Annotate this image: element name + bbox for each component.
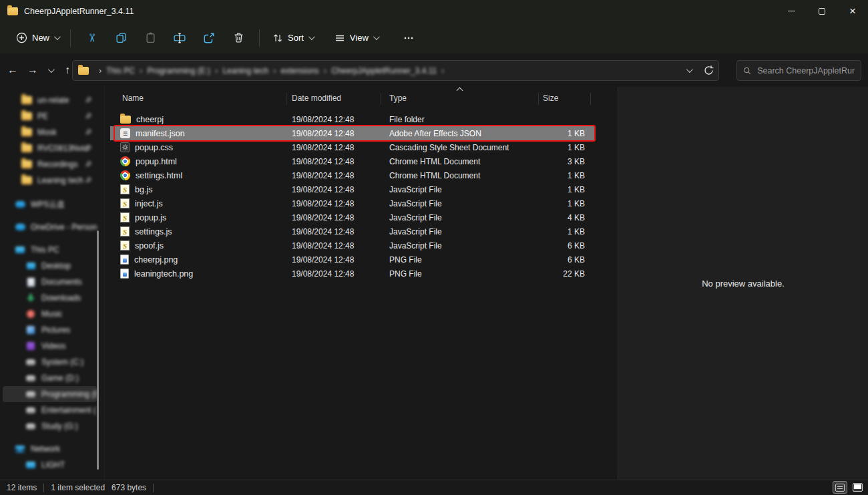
window-title: CheerpJAppletRunner_3.4.11	[24, 7, 134, 16]
sidebar-item-study-g[interactable]: Study (G:)	[3, 418, 97, 434]
file-row-bg-js[interactable]: Sbg.js19/08/2024 12:48JavaScript File1 K…	[110, 182, 594, 196]
search-input[interactable]	[757, 66, 855, 75]
file-type: JavaScript File	[389, 227, 538, 236]
minimize-button[interactable]	[776, 0, 807, 22]
forward-button[interactable]: →	[23, 60, 43, 80]
column-resize-handle[interactable]	[286, 93, 286, 105]
file-name-cell: Sbg.js	[110, 184, 292, 194]
sidebar-item-pictures[interactable]: Pictures	[3, 322, 97, 338]
maximize-button[interactable]	[807, 0, 837, 22]
breadcrumb-item-leaning-tech[interactable]: Leaning tech	[222, 66, 268, 75]
file-size: 1 KB	[538, 129, 585, 138]
chevron-down-icon	[54, 33, 61, 40]
file-row-cheerpj[interactable]: cheerpj19/08/2024 12:48File folder	[110, 112, 594, 126]
share-button[interactable]	[194, 26, 224, 50]
file-name: spoof.js	[135, 241, 164, 251]
breadcrumb-item-this-pc[interactable]: This PC	[106, 66, 135, 75]
column-header-date-modified[interactable]: Date modified	[292, 94, 341, 103]
breadcrumb-item-programming-e[interactable]: Programming (E:)	[147, 66, 210, 75]
sidebar-item-pe[interactable]: PE	[3, 108, 97, 124]
file-row-popup-js[interactable]: Spopup.js19/08/2024 12:48JavaScript File…	[110, 210, 594, 224]
address-dropdown-icon[interactable]	[686, 66, 693, 73]
search-box[interactable]	[736, 60, 861, 81]
sidebar-item-light[interactable]: LIGHT	[3, 457, 97, 473]
sidebar-item-this-pc[interactable]: This PC	[3, 242, 97, 258]
toolbar-divider	[259, 29, 260, 47]
column-header-size[interactable]: Size	[543, 94, 558, 103]
file-date-modified: 19/08/2024 12:48	[292, 227, 389, 236]
sidebar-item-network[interactable]: Network	[3, 441, 97, 457]
file-row-popup-css[interactable]: popup.css19/08/2024 12:48Cascading Style…	[110, 140, 594, 154]
sidebar-item-leaning-tech[interactable]: Leaning tech	[3, 172, 97, 188]
sidebar-scrollbar[interactable]	[97, 230, 99, 470]
back-button[interactable]: ←	[3, 60, 23, 80]
recent-locations-button[interactable]	[43, 60, 57, 80]
sidebar-item-onedrive-person[interactable]: OneDrive - Person	[3, 219, 97, 235]
breadcrumb-item-cheerpjappletrunner-3-4-11[interactable]: CheerpJAppletRunner_3.4.11	[331, 66, 437, 75]
file-row-settings-html[interactable]: settings.html19/08/2024 12:48Chrome HTML…	[110, 168, 594, 182]
sidebar-item-videos[interactable]: Videos	[3, 338, 97, 354]
refresh-icon[interactable]	[703, 65, 714, 76]
see-more-button[interactable]	[394, 26, 423, 50]
file-row-spoof-js[interactable]: Sspoof.js19/08/2024 12:48JavaScript File…	[110, 238, 594, 253]
file-row-manifest-json[interactable]: ≡manifest.json19/08/2024 12:48Adobe Afte…	[110, 126, 594, 140]
breadcrumb-item-extensions[interactable]: extensions	[280, 66, 318, 75]
delete-button[interactable]	[224, 26, 253, 50]
sidebar-item-label: LIGHT	[41, 460, 65, 470]
sort-button[interactable]: Sort	[266, 29, 320, 47]
copy-icon	[116, 32, 127, 43]
sidebar-item-system-c[interactable]: System (C:)	[3, 354, 97, 370]
thumbnail-view-button[interactable]	[850, 481, 865, 494]
png-file-icon	[120, 269, 129, 279]
file-name-cell: Sinject.js	[110, 198, 292, 208]
share-icon	[203, 32, 215, 44]
maximize-icon	[819, 8, 825, 15]
sidebar-item-label: Desktop	[41, 261, 71, 271]
sidebar-item-entertainment-f[interactable]: Entertainment (F:)	[3, 402, 97, 418]
sidebar-item-label: Documents	[41, 277, 82, 287]
view-button[interactable]: View	[328, 29, 385, 47]
sidebar-item-rvc0813nvid[interactable]: RVC0813Nvid	[3, 140, 97, 156]
column-header-name[interactable]: Name	[122, 94, 144, 103]
sidebar-item-wps[interactable]: WPS云盘	[3, 196, 97, 212]
column-resize-handle[interactable]	[538, 93, 539, 105]
address-bar[interactable]: › This PC›Programming (E:)›Leaning tech›…	[72, 60, 719, 81]
file-size: 1 KB	[538, 227, 585, 236]
file-row-settings-js[interactable]: Ssettings.js19/08/2024 12:48JavaScript F…	[110, 224, 594, 238]
file-row-inject-js[interactable]: Sinject.js19/08/2024 12:48JavaScript Fil…	[110, 196, 594, 210]
paste-icon	[145, 32, 156, 43]
column-resize-handle[interactable]	[590, 93, 591, 105]
sidebar-item-game-d[interactable]: Game (D:)	[3, 370, 97, 386]
sort-icon	[272, 33, 283, 43]
close-button[interactable]: ×	[837, 0, 868, 22]
minimize-icon	[788, 11, 795, 11]
details-view-button[interactable]	[833, 481, 847, 494]
titlebar: CheerpJAppletRunner_3.4.11 ×	[0, 0, 868, 22]
sidebar-item-un-relate[interactable]: un-relate	[3, 92, 97, 108]
file-name: cheerpj	[136, 115, 164, 124]
file-row-leaningtech-png[interactable]: leaningtech.png19/08/2024 12:48PNG File2…	[110, 267, 594, 281]
sidebar-item-recordings[interactable]: Recordings	[3, 156, 97, 172]
sidebar-item-label: Entertainment (F:)	[41, 405, 97, 415]
file-size: 3 KB	[538, 157, 585, 166]
sidebar-item-downloads[interactable]: Downloads	[3, 290, 97, 306]
column-header-type[interactable]: Type	[389, 94, 407, 103]
file-row-popup-html[interactable]: popup.html19/08/2024 12:48Chrome HTML Do…	[110, 154, 594, 168]
file-name-cell: settings.html	[110, 170, 292, 180]
sidebar-item-programming-e[interactable]: Programming (E:)	[3, 386, 97, 402]
png-file-icon	[120, 255, 129, 265]
cut-button[interactable]: ✂	[77, 26, 106, 50]
rename-button[interactable]	[165, 26, 194, 50]
paste-button[interactable]	[136, 26, 165, 50]
file-row-cheerpj-png[interactable]: cheerpj.png19/08/2024 12:48PNG File6 KB	[110, 253, 594, 267]
sidebar-item-mosk[interactable]: Mosk	[3, 124, 97, 140]
copy-button[interactable]	[106, 26, 136, 50]
sidebar-item-documents[interactable]: Documents	[3, 274, 97, 290]
file-type: JavaScript File	[389, 241, 538, 251]
new-button[interactable]: New	[11, 28, 64, 47]
sidebar-item-desktop[interactable]: Desktop	[3, 258, 97, 274]
column-resize-handle[interactable]	[381, 93, 381, 105]
sidebar-item-music[interactable]: Music	[3, 306, 97, 322]
sidebar-item-label: OneDrive - Person	[31, 222, 97, 232]
pin-icon	[85, 144, 92, 152]
